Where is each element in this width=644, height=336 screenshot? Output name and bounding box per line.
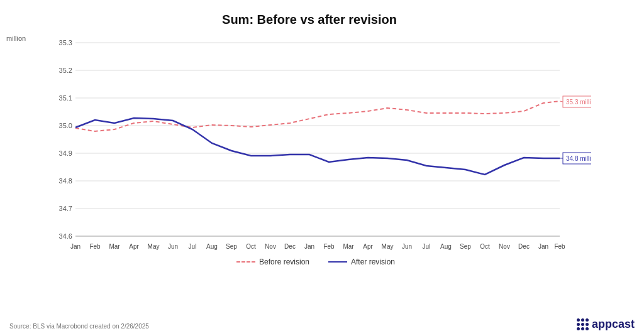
svg-text:Nov: Nov (265, 243, 276, 250)
svg-text:Jul: Jul (423, 243, 431, 250)
svg-text:Jan: Jan (538, 243, 548, 250)
svg-line-48 (560, 101, 563, 102)
legend-before: Before revision (236, 257, 309, 266)
svg-text:35.3: 35.3 (59, 39, 72, 46)
svg-text:Feb: Feb (89, 243, 101, 250)
svg-text:Mar: Mar (109, 243, 120, 250)
legend-before-label: Before revision (259, 257, 309, 266)
svg-text:Jan: Jan (304, 243, 314, 250)
chart-container: Sum: Before vs after revision million 35… (0, 0, 644, 336)
svg-text:Oct: Oct (246, 243, 256, 250)
svg-text:Apr: Apr (129, 243, 139, 250)
svg-text:Oct: Oct (480, 243, 490, 250)
legend-after-label: After revision (351, 257, 395, 266)
svg-text:Jul: Jul (189, 243, 197, 250)
svg-text:Sep: Sep (460, 243, 471, 250)
svg-text:Jan: Jan (70, 243, 80, 250)
svg-text:35.0: 35.0 (59, 122, 72, 129)
svg-text:34.7: 34.7 (59, 205, 72, 212)
svg-text:Dec: Dec (284, 243, 296, 250)
svg-text:34.9: 34.9 (59, 149, 72, 157)
svg-text:35.2: 35.2 (59, 67, 72, 74)
svg-text:Jun: Jun (402, 243, 412, 250)
y-axis-label: million (6, 35, 26, 42)
svg-text:Feb: Feb (554, 243, 565, 250)
svg-text:Nov: Nov (499, 243, 510, 250)
appcast-logo: appcast (577, 318, 635, 331)
svg-text:May: May (148, 243, 160, 250)
after-line-icon (328, 261, 347, 263)
svg-text:May: May (382, 243, 394, 250)
svg-text:Feb: Feb (323, 243, 335, 250)
before-line-icon (236, 261, 255, 263)
chart-svg: 35.3 35.2 35.1 35.0 34.9 34.8 34.7 34.6 … (50, 30, 591, 250)
appcast-logo-text: appcast (592, 318, 635, 331)
chart-title: Sum: Before vs after revision (38, 13, 581, 27)
svg-text:Apr: Apr (363, 243, 373, 250)
svg-text:35.1: 35.1 (59, 94, 72, 102)
svg-text:34.8 million: 34.8 million (566, 155, 591, 162)
svg-text:Aug: Aug (440, 243, 452, 250)
svg-text:Mar: Mar (343, 243, 354, 250)
svg-text:34.8: 34.8 (59, 177, 72, 185)
svg-text:34.6: 34.6 (59, 232, 72, 240)
svg-text:Sep: Sep (226, 243, 237, 250)
svg-text:Aug: Aug (206, 243, 218, 250)
svg-text:Dec: Dec (518, 243, 530, 250)
legend-after: After revision (328, 257, 395, 266)
chart-legend: Before revision After revision (50, 257, 581, 266)
svg-text:Jun: Jun (168, 243, 178, 250)
source-text: Source: BLS via Macrobond created on 2/2… (9, 323, 149, 330)
appcast-dots-icon (577, 318, 589, 330)
svg-text:35.3 million: 35.3 million (566, 99, 591, 106)
